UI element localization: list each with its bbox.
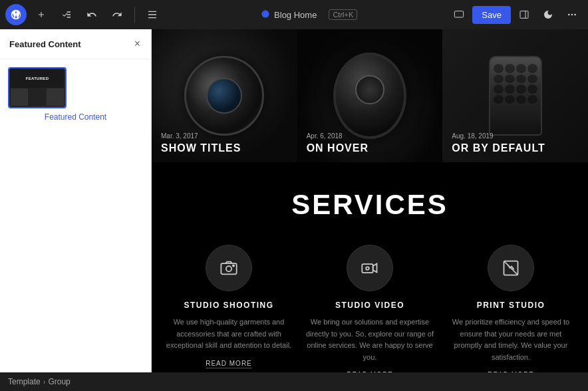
svg-rect-8 xyxy=(362,264,372,273)
sidebar-content: FEATURED Featured Content xyxy=(0,59,151,372)
service-item-1: STUDIO SHOOTING We use high-quality garm… xyxy=(165,245,293,372)
image-card-3: Aug. 18, 2019 OR BY DEFAULT xyxy=(442,29,588,162)
dark-mode-button[interactable] xyxy=(537,4,559,25)
topbar-sep-1 xyxy=(134,7,135,23)
topbar-center: Blog Home Ctrl+K xyxy=(167,7,444,23)
bp-cell-1 xyxy=(11,88,28,106)
list-view-button[interactable] xyxy=(142,4,163,25)
svg-rect-1 xyxy=(520,11,528,19)
service-icon-2 xyxy=(347,245,393,291)
blog-home-label: Blog Home xyxy=(274,10,317,20)
services-title: SERVICES xyxy=(165,189,575,221)
main-layout: Featured Content × FEATURED Featured Con… xyxy=(0,29,588,372)
card-title-3: OR BY DEFAULT xyxy=(452,142,579,154)
card-date-3: Aug. 18, 2019 xyxy=(452,132,579,140)
preview-button[interactable] xyxy=(448,4,470,25)
card-date-1: Mar. 3, 2017 xyxy=(161,132,288,140)
wp-small-icon xyxy=(261,9,270,21)
service-icon-3 xyxy=(488,245,534,291)
services-grid: STUDIO SHOOTING We use high-quality garm… xyxy=(165,245,575,372)
add-block-button[interactable] xyxy=(31,4,52,25)
service-item-2: STUDIO VIDEO We bring our solutions and … xyxy=(306,245,434,372)
bp-cell-2 xyxy=(29,88,46,106)
service-desc-2: We bring our solutions and expertise dir… xyxy=(306,317,434,363)
wp-logo[interactable] xyxy=(5,4,27,25)
canvas-content: Mar. 3, 2017 SHOW TITLES Apr. 6, 2018 ON… xyxy=(152,29,588,372)
service-read-more-1[interactable]: READ MORE xyxy=(206,360,252,368)
tools-button[interactable] xyxy=(56,4,77,25)
svg-point-7 xyxy=(233,265,234,266)
keyboard-shortcut: Ctrl+K xyxy=(329,9,357,20)
block-preview-inner: FEATURED xyxy=(9,68,65,107)
sidebar-close-button[interactable]: × xyxy=(133,37,142,51)
service-icon-1 xyxy=(206,245,252,291)
toggle-sidebar-button[interactable] xyxy=(514,4,535,25)
block-preview-wrapper: FEATURED Featured Content xyxy=(8,67,143,122)
image-card-1: Mar. 3, 2017 SHOW TITLES xyxy=(152,29,297,162)
bp-featured-cell: FEATURED xyxy=(11,70,64,88)
svg-point-3 xyxy=(571,14,573,16)
lens-icon-1 xyxy=(184,56,264,136)
service-read-more-3[interactable]: READ MORE xyxy=(488,371,534,372)
blog-home-chip[interactable]: Blog Home xyxy=(254,7,323,23)
svg-rect-0 xyxy=(455,11,464,17)
image-card-2: Apr. 6, 2018 ON HOVER xyxy=(297,29,443,162)
bp-cell-3 xyxy=(47,88,64,106)
svg-point-9 xyxy=(366,267,369,270)
service-desc-3: We prioritize efficiency and speed to en… xyxy=(447,317,575,363)
svg-point-2 xyxy=(568,14,570,16)
card-title-1: SHOW TITLES xyxy=(161,142,288,154)
status-bar: Template › Group xyxy=(0,372,588,391)
service-item-3: PRINT STUDIO We prioritize efficiency an… xyxy=(447,245,575,372)
card-overlay-1: Mar. 3, 2017 SHOW TITLES xyxy=(152,124,297,162)
mic-icon xyxy=(489,56,542,136)
save-button[interactable]: Save xyxy=(472,6,511,24)
more-options-button[interactable] xyxy=(561,4,583,25)
block-name-label[interactable]: Featured Content xyxy=(8,112,143,122)
sidebar-title: Featured Content xyxy=(9,39,81,49)
redo-button[interactable] xyxy=(106,4,128,25)
svg-point-6 xyxy=(226,266,231,271)
service-read-more-2[interactable]: READ MORE xyxy=(347,371,393,372)
block-preview-thumbnail[interactable]: FEATURED xyxy=(8,67,67,108)
images-section: Mar. 3, 2017 SHOW TITLES Apr. 6, 2018 ON… xyxy=(152,29,588,162)
card-title-2: ON HOVER xyxy=(307,142,434,154)
group-label[interactable]: Group xyxy=(48,377,70,386)
service-name-1: STUDIO SHOOTING xyxy=(184,301,273,310)
template-label[interactable]: Template xyxy=(8,377,41,386)
status-breadcrumb-sep: › xyxy=(43,378,46,386)
sidebar-header: Featured Content × xyxy=(0,29,151,59)
sidebar: Featured Content × FEATURED Featured Con… xyxy=(0,29,152,372)
undo-button[interactable] xyxy=(81,4,102,25)
card-overlay-3: Aug. 18, 2019 OR BY DEFAULT xyxy=(442,124,588,162)
card-overlay-2: Apr. 6, 2018 ON HOVER xyxy=(297,124,443,162)
bp-label: FEATURED xyxy=(26,76,49,80)
canvas-area[interactable]: Mar. 3, 2017 SHOW TITLES Apr. 6, 2018 ON… xyxy=(152,29,588,372)
topbar-right: Save xyxy=(448,4,583,25)
topbar: Blog Home Ctrl+K Save xyxy=(0,0,588,29)
card-date-2: Apr. 6, 2018 xyxy=(307,132,434,140)
services-section: SERVICES STUDIO SHOOTING xyxy=(152,162,588,372)
svg-point-4 xyxy=(574,14,576,16)
service-name-3: PRINT STUDIO xyxy=(477,301,545,310)
service-desc-1: We use high-quality garments and accesso… xyxy=(165,317,293,352)
service-name-2: STUDIO VIDEO xyxy=(335,301,404,310)
